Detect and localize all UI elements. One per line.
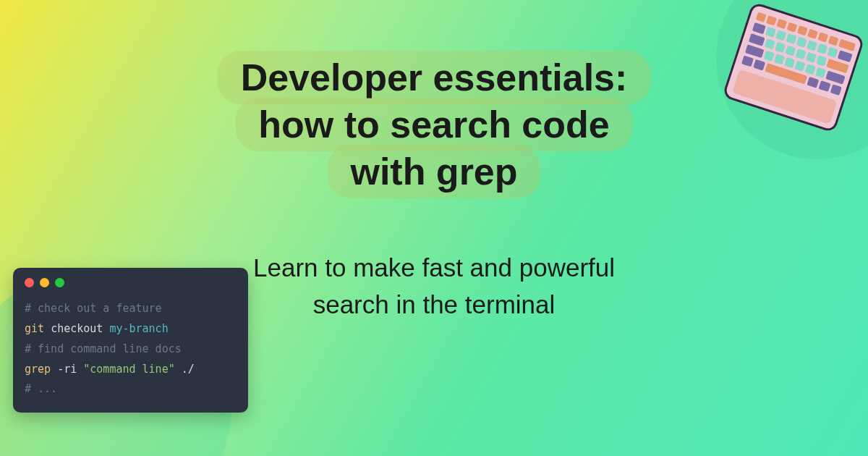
page-title: Developer essentials: how to search code… [218, 51, 651, 198]
terminal-path: ./ [182, 363, 195, 376]
terminal-flags: -ri [57, 363, 77, 376]
terminal-comment-2: # find command line docs [25, 339, 237, 360]
maximize-dot-icon [55, 278, 64, 287]
minimize-dot-icon [40, 278, 49, 287]
terminal-comment-3: # ... [25, 379, 237, 400]
terminal-cmd: grep [25, 363, 51, 376]
terminal-command-2: grep -ri "command line" ./ [25, 360, 237, 380]
title-line-2: how to search code [258, 104, 609, 145]
close-dot-icon [25, 278, 34, 287]
title-container: Developer essentials: how to search code… [218, 54, 651, 195]
terminal-command-1: git checkout my-branch [25, 319, 237, 339]
terminal-arg: my-branch [109, 322, 168, 335]
terminal-string: "command line" [83, 363, 174, 376]
terminal-window-controls [25, 278, 237, 287]
title-line-1: Developer essentials: [241, 56, 628, 98]
terminal-comment-1: # check out a feature [25, 299, 237, 319]
terminal-cmd: git [25, 322, 44, 335]
terminal-window-icon: # check out a feature git checkout my-br… [13, 268, 248, 413]
title-line-3: with grep [350, 151, 517, 193]
terminal-subcommand: checkout [51, 322, 103, 335]
page-subtitle: Learn to make fast and powerful search i… [239, 250, 629, 324]
